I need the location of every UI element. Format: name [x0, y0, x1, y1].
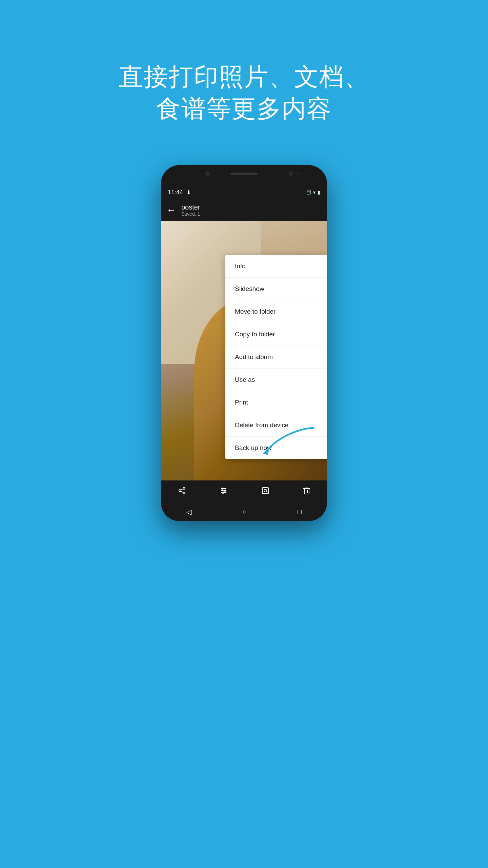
app-bar: ← poster Saved, 1 [161, 199, 327, 221]
app-bar-title-group: poster Saved, 1 [181, 203, 200, 217]
page-title: 直接打印照片、文档、 食谱等更多内容 [119, 61, 369, 124]
menu-item-back-up-now[interactable]: Back up now [225, 437, 327, 459]
wifi-icon: ▾ [313, 190, 316, 195]
status-bar: 11:44 ⬇ 📳 ▾ ▮ [161, 185, 327, 199]
adjust-icon[interactable] [220, 487, 228, 497]
phone-mockup: 11:44 ⬇ 📳 ▾ ▮ ← poster Saved, 1 [161, 165, 327, 521]
phone-speaker [230, 173, 258, 175]
battery-icon: ▮ [318, 190, 320, 195]
svg-point-9 [222, 488, 223, 489]
menu-item-move-to-folder[interactable]: Move to folder [225, 300, 327, 323]
status-right: 📳 ▾ ▮ [305, 190, 320, 195]
menu-item-info[interactable]: Info [225, 255, 327, 278]
phone-shell: 11:44 ⬇ 📳 ▾ ▮ ← poster Saved, 1 [161, 165, 327, 521]
home-nav-button[interactable]: ○ [242, 508, 246, 516]
svg-point-1 [183, 487, 185, 489]
app-bar-title: poster [181, 203, 200, 211]
phone-screen: 11:44 ⬇ 📳 ▾ ▮ ← poster Saved, 1 [161, 185, 327, 521]
menu-item-slideshow[interactable]: Slideshow [225, 278, 327, 300]
delete-icon[interactable] [303, 487, 310, 497]
svg-point-10 [224, 490, 226, 491]
phone-top-bar [161, 165, 327, 185]
menu-item-copy-to-folder[interactable]: Copy to folder [225, 323, 327, 346]
camera-dot-right2 [297, 172, 300, 175]
menu-item-delete-from-device[interactable]: Delete from device [225, 414, 327, 437]
context-menu: Info Slideshow Move to folder Copy to fo… [225, 255, 327, 459]
status-left: 11:44 ⬇ [168, 189, 191, 196]
menu-item-print[interactable]: Print [225, 391, 327, 414]
svg-line-4 [181, 491, 183, 492]
download-icon: ⬇ [186, 189, 191, 196]
vibrate-icon: 📳 [305, 190, 311, 195]
camera-dot-right [288, 171, 293, 176]
svg-rect-14 [304, 489, 309, 494]
svg-line-5 [181, 489, 183, 490]
svg-rect-12 [262, 488, 268, 494]
lens-icon[interactable] [261, 487, 269, 497]
bottom-nav-bar [161, 480, 327, 502]
svg-point-2 [179, 490, 181, 492]
svg-point-11 [222, 492, 224, 493]
back-button[interactable]: ← [166, 205, 176, 216]
system-nav: ◁ ○ □ [161, 502, 327, 521]
app-bar-subtitle: Saved, 1 [181, 211, 200, 217]
back-nav-button[interactable]: ◁ [186, 508, 191, 516]
screen-content: Info Slideshow Move to folder Copy to fo… [161, 221, 327, 480]
menu-item-use-as[interactable]: Use as [225, 369, 327, 391]
svg-point-3 [183, 492, 185, 494]
svg-point-13 [264, 489, 267, 492]
camera-dot-left [205, 171, 210, 176]
menu-item-add-to-album[interactable]: Add to album [225, 346, 327, 369]
status-time: 11:44 [168, 189, 183, 196]
share-icon[interactable] [178, 487, 186, 497]
recents-nav-button[interactable]: □ [298, 508, 302, 516]
